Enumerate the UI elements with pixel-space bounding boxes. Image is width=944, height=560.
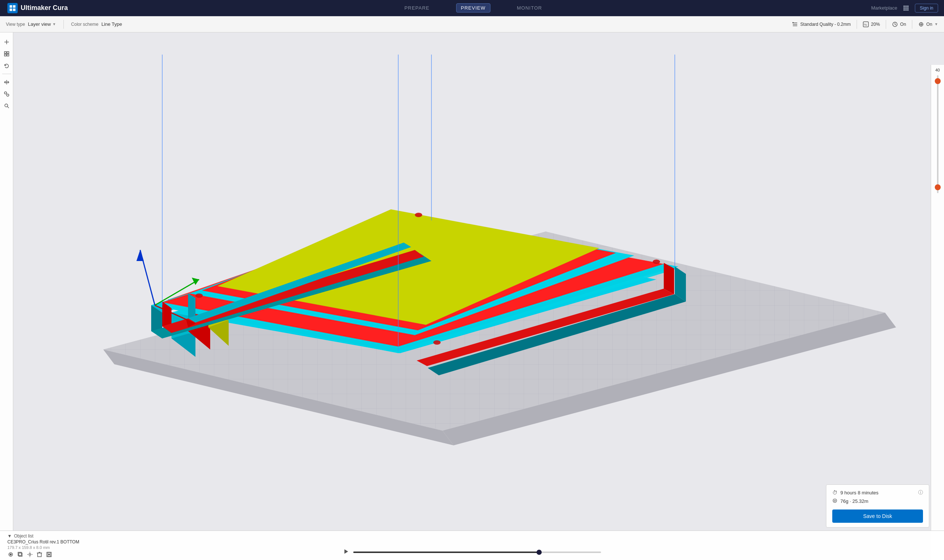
svg-point-52 — [196, 294, 203, 298]
svg-rect-2 — [9, 8, 12, 11]
color-scheme-value: Line Type — [102, 22, 122, 27]
object-list-arrow: ▼ — [8, 534, 12, 538]
tab-preview[interactable]: PREVIEW — [456, 3, 490, 12]
svg-rect-81 — [38, 553, 41, 557]
svg-rect-6 — [907, 6, 909, 7]
svg-rect-4 — [904, 6, 905, 7]
left-separator-1 — [2, 74, 11, 74]
toolbar: View type Layer view ▼ Color scheme Line… — [0, 16, 944, 32]
svg-point-77 — [10, 554, 11, 555]
right-slider-panel: 40 — [931, 65, 944, 560]
logo-area: Ultimaker Cura — [0, 3, 75, 13]
layer-slider[interactable] — [937, 72, 938, 560]
svg-rect-10 — [904, 9, 905, 11]
svg-point-54 — [653, 260, 660, 264]
tool-zoom-in[interactable] — [2, 37, 12, 47]
logo-text: Ultimaker Cura — [21, 4, 68, 12]
tool-fit-view[interactable] — [2, 49, 12, 59]
tool-move[interactable] — [2, 77, 12, 88]
marketplace-button[interactable]: Marketplace — [871, 5, 897, 11]
svg-point-80 — [29, 553, 31, 555]
svg-rect-0 — [9, 5, 12, 8]
time-text: 9 hours 8 minutes — [840, 490, 878, 495]
time-icon: ⏱ — [832, 489, 838, 495]
object-icon-view[interactable] — [8, 551, 14, 558]
tab-monitor[interactable]: MONITOR — [513, 4, 547, 12]
svg-rect-13 — [792, 22, 793, 23]
tab-prepare[interactable]: PREPARE — [400, 4, 434, 12]
svg-point-26 — [5, 104, 8, 107]
quality-value: Standard Quality - 0.2mm — [800, 22, 851, 27]
percentage-value: 20% — [871, 22, 880, 27]
object-icon-duplicate[interactable] — [17, 551, 24, 558]
slider-number: 40 — [935, 65, 939, 72]
view-type-section: View type Layer view ▼ — [6, 22, 56, 27]
quality-selector[interactable]: Standard Quality - 0.2mm — [792, 22, 851, 27]
on-item-2[interactable]: On ▼ — [918, 22, 938, 27]
progress-track[interactable] — [353, 552, 601, 553]
filament-icon — [832, 498, 838, 504]
on-item-1[interactable]: On — [892, 22, 906, 27]
tool-undo[interactable] — [2, 60, 12, 71]
svg-point-87 — [834, 500, 836, 502]
info-panel: ⏱ 9 hours 8 minutes ⓘ 76g · 25.32m Save … — [826, 485, 929, 528]
object-icon-settings[interactable] — [26, 551, 33, 558]
bottom-panel: ▼ Object list CE3PRO_Crius Rotil rev.1 B… — [0, 531, 944, 560]
slider-thumb-top[interactable] — [935, 78, 941, 84]
svg-point-55 — [433, 340, 440, 345]
toolbar-divider-3 — [886, 20, 886, 29]
svg-rect-12 — [907, 9, 909, 11]
on-chevron: ▼ — [935, 22, 938, 26]
svg-marker-85 — [344, 549, 348, 554]
topbar: Ultimaker Cura PREPARE PREVIEW MONITOR M… — [0, 0, 944, 16]
svg-text:%: % — [864, 23, 867, 26]
svg-rect-3 — [13, 8, 15, 11]
filament-row: 76g · 25.32m — [832, 498, 923, 504]
nav-right: Marketplace Sign in — [871, 4, 944, 12]
color-scheme-section: Color scheme Line Type — [71, 22, 122, 27]
progress-fill — [353, 552, 539, 553]
progress-thumb[interactable] — [536, 550, 542, 555]
svg-marker-73 — [192, 278, 199, 285]
object-icon-save[interactable] — [46, 551, 52, 558]
svg-point-24 — [5, 92, 7, 94]
on-value-2: On — [926, 22, 932, 27]
on-value-1: On — [900, 22, 906, 27]
percentage-item[interactable]: % 20% — [863, 22, 880, 27]
logo-icon — [8, 3, 18, 13]
svg-point-86 — [833, 499, 837, 503]
svg-rect-21 — [7, 52, 9, 54]
svg-rect-23 — [7, 54, 9, 56]
object-list-label: Object list — [14, 534, 34, 538]
svg-point-53 — [415, 213, 422, 217]
color-scheme-select[interactable]: Line Type — [102, 22, 122, 27]
filament-text: 76g · 25.32m — [840, 498, 869, 504]
toolbar-divider-4 — [912, 20, 912, 29]
3d-print-view — [37, 55, 944, 552]
svg-line-27 — [8, 106, 9, 108]
grid-icon[interactable] — [902, 4, 910, 12]
signin-button[interactable]: Sign in — [915, 4, 938, 12]
color-scheme-label: Color scheme — [71, 22, 99, 27]
slider-track[interactable] — [937, 75, 938, 193]
svg-rect-83 — [48, 555, 50, 557]
object-name: CE3PRO_Crius Rotil rev.1 BOTTOM — [8, 539, 936, 545]
view-type-label: View type — [6, 22, 25, 27]
play-button[interactable] — [343, 549, 349, 555]
svg-rect-22 — [5, 54, 6, 56]
left-toolbar — [0, 32, 13, 560]
tool-group[interactable] — [2, 89, 12, 99]
object-list-toggle[interactable]: ▼ Object list — [8, 534, 936, 538]
info-expand-icon[interactable]: ⓘ — [918, 489, 923, 496]
toolbar-right: Standard Quality - 0.2mm % 20% On On — [792, 20, 938, 29]
time-row: ⏱ 9 hours 8 minutes ⓘ — [832, 489, 923, 496]
save-disk-button[interactable]: Save to Disk — [832, 509, 923, 523]
slider-thumb-bottom[interactable] — [935, 184, 941, 190]
svg-rect-9 — [907, 8, 909, 9]
svg-marker-71 — [136, 250, 144, 261]
svg-rect-5 — [905, 6, 907, 7]
viewport[interactable]: 40 ▼ Object list CE3PRO_Crius Rotil rev.… — [0, 32, 944, 560]
tool-search[interactable] — [2, 101, 12, 111]
object-icon-delete[interactable] — [36, 551, 43, 558]
view-type-select[interactable]: Layer view ▼ — [28, 22, 56, 27]
